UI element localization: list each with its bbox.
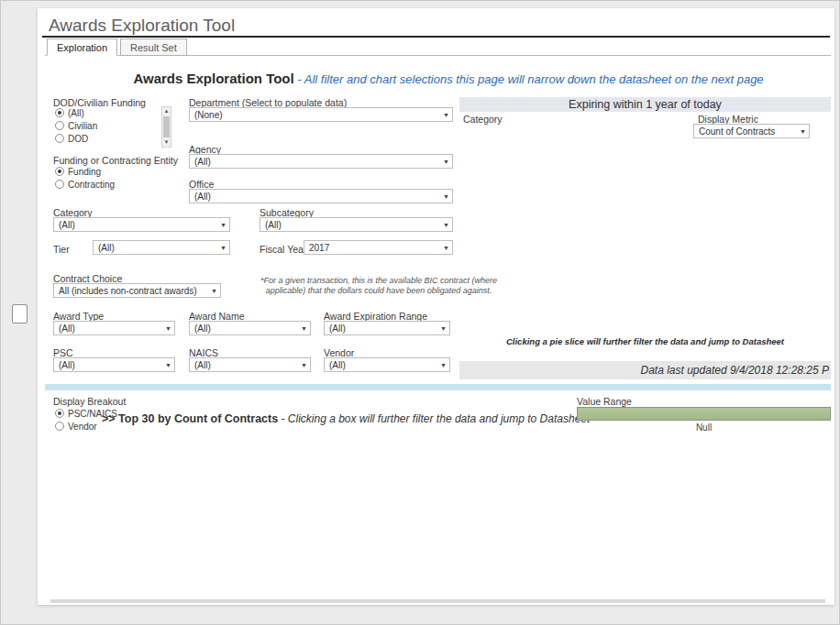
bic-contract-note: *For a given transaction, this is the av… — [254, 276, 503, 296]
chevron-down-icon: ▼ — [165, 325, 171, 333]
psc-select[interactable]: (All) ▼ — [53, 357, 175, 372]
display-metric-value: Count of Contracts — [699, 126, 775, 137]
listbox-scrollbar[interactable]: ▲ ▼ — [161, 106, 171, 148]
office-value: (All) — [194, 192, 211, 202]
screenshot-viewport: Awards Exploration Tool Exploration Resu… — [0, 0, 840, 625]
chevron-down-icon: ▼ — [440, 362, 447, 369]
tab-result-set[interactable]: Result Set — [120, 38, 187, 56]
scroll-down-icon[interactable]: ▼ — [164, 138, 170, 147]
title-rule — [42, 36, 830, 38]
chevron-down-icon: ▼ — [443, 112, 449, 119]
radio-icon — [55, 409, 64, 418]
radio-civilian[interactable]: Civilian — [55, 120, 97, 131]
chevron-down-icon: ▼ — [220, 222, 227, 229]
value-range-label: Value Range — [577, 396, 632, 407]
contract-choice-select[interactable]: All (includes non-contract awards) ▼ — [53, 283, 221, 298]
chevron-down-icon: ▼ — [165, 362, 171, 369]
radio-funding[interactable]: Funding — [55, 166, 101, 177]
radio-dod[interactable]: DOD — [55, 133, 88, 144]
dashboard-heading: Awards Exploration Tool - All filter and… — [100, 71, 797, 87]
tier-select[interactable]: (All) ▼ — [93, 240, 230, 255]
chevron-down-icon: ▼ — [443, 159, 449, 166]
chevron-down-icon: ▼ — [301, 362, 307, 369]
office-select[interactable]: (All) ▼ — [189, 189, 453, 203]
chevron-down-icon: ▼ — [443, 245, 449, 252]
display-breakout-label: Display Breakout — [53, 396, 126, 407]
value-range-bar[interactable] — [577, 407, 831, 421]
chevron-down-icon: ▼ — [440, 325, 447, 333]
naics-value: (All) — [194, 360, 211, 370]
chevron-down-icon: ▼ — [443, 222, 449, 229]
chevron-down-icon: ▼ — [443, 193, 449, 201]
scroll-up-icon[interactable]: ▲ — [164, 107, 170, 115]
top30-heading: >> Top 30 by Count of Contracts - Clicki… — [102, 410, 590, 426]
pie-category-label: Category — [463, 114, 503, 125]
dashboard-card: Awards Exploration Tool Exploration Resu… — [38, 8, 834, 605]
tab-bar: Exploration Result Set — [47, 38, 190, 56]
contract-choice-value: All (includes non-contract awards) — [59, 286, 197, 296]
radio-icon — [55, 422, 64, 431]
agency-select[interactable]: (All) ▼ — [189, 154, 453, 169]
subcategory-select[interactable]: (All) ▼ — [260, 217, 453, 232]
radio-icon — [55, 108, 64, 117]
award-type-value: (All) — [59, 323, 75, 334]
vendor-select[interactable]: (All) ▼ — [324, 357, 450, 372]
subcategory-value: (All) — [265, 220, 282, 230]
radio-icon — [55, 121, 64, 130]
chevron-down-icon: ▼ — [220, 245, 227, 252]
edge-checkbox[interactable] — [12, 304, 28, 323]
display-metric-select[interactable]: Count of Contracts ▼ — [693, 124, 810, 138]
fiscal-year-label: Fiscal Year — [260, 244, 306, 255]
chevron-down-icon: ▼ — [211, 288, 217, 295]
chevron-down-icon: ▼ — [800, 128, 806, 136]
award-name-value: (All) — [194, 323, 211, 334]
award-type-select[interactable]: (All) ▼ — [53, 321, 175, 335]
chevron-down-icon: ▼ — [301, 325, 307, 333]
award-name-select[interactable]: (All) ▼ — [189, 321, 311, 335]
award-expiration-value: (All) — [329, 323, 346, 334]
category-select[interactable]: (All) ▼ — [53, 217, 230, 232]
fiscal-year-value: 2017 — [309, 243, 329, 253]
last-updated-bar: Data last updated 9/4/2018 12:28:25 P — [459, 361, 831, 379]
radio-icon — [55, 134, 64, 143]
naics-select[interactable]: (All) ▼ — [189, 357, 311, 372]
pie-hint-text: Clicking a pie slice will further filter… — [459, 336, 831, 346]
tier-value: (All) — [98, 243, 115, 253]
top30-heading-italic: - Clicking a box will further filter the… — [278, 412, 590, 425]
entity-label: Funding or Contracting Entity — [53, 155, 178, 166]
dashboard-content: Awards Exploration Tool - All filter and… — [45, 55, 831, 601]
department-value: (None) — [194, 110, 223, 120]
fiscal-year-select[interactable]: 2017 ▼ — [304, 240, 453, 255]
radio-vendor[interactable]: Vendor — [55, 421, 97, 432]
radio-contracting[interactable]: Contracting — [55, 179, 115, 190]
award-expiration-select[interactable]: (All) ▼ — [324, 321, 450, 335]
vendor-value: (All) — [329, 360, 346, 370]
section-divider — [45, 384, 831, 390]
heading-note: - All filter and chart selections this p… — [294, 72, 764, 86]
top30-heading-bold: >> Top 30 by Count of Contracts — [102, 412, 278, 425]
radio-dod-all[interactable]: (All) — [55, 107, 84, 118]
radio-icon — [55, 180, 64, 189]
horizontal-scrollbar[interactable] — [50, 599, 825, 603]
department-select[interactable]: (None) ▼ — [189, 107, 453, 122]
psc-value: (All) — [59, 360, 75, 370]
tier-label: Tier — [53, 244, 70, 255]
agency-value: (All) — [194, 157, 211, 167]
scroll-thumb[interactable] — [163, 116, 170, 137]
category-value: (All) — [59, 220, 75, 230]
value-range-null-label: Null — [577, 422, 831, 433]
pie-panel-title: Expiring within 1 year of today — [459, 97, 831, 112]
radio-icon — [55, 167, 64, 176]
tab-exploration[interactable]: Exploration — [47, 38, 117, 56]
page-title: Awards Exploration Tool — [49, 16, 235, 36]
heading-main: Awards Exploration Tool — [133, 71, 293, 86]
